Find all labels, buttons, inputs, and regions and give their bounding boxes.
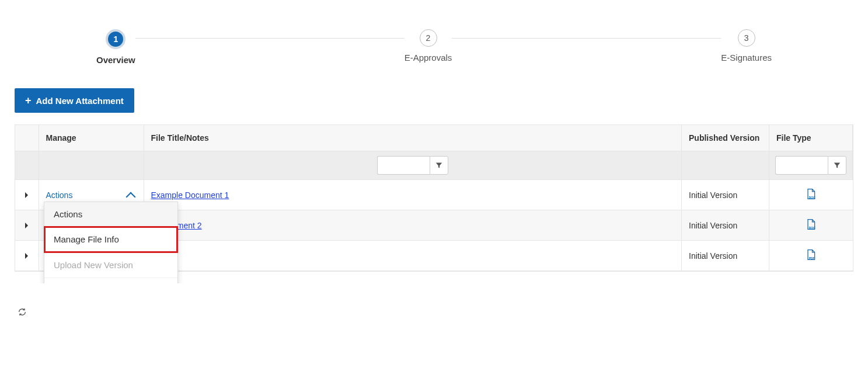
- step-overview[interactable]: 1 Overview: [96, 29, 135, 65]
- column-header-version: Published Version: [682, 125, 769, 151]
- expand-row-icon[interactable]: [25, 192, 28, 198]
- actions-dropdown: Actions Manage File Info Upload New Vers…: [44, 202, 178, 283]
- column-header-manage: Manage: [39, 125, 144, 151]
- step-label: Overview: [96, 55, 135, 65]
- filter-type-button[interactable]: [828, 156, 846, 175]
- doc-file-icon: DOC: [805, 223, 817, 232]
- svg-text:PDF: PDF: [809, 256, 815, 260]
- chevron-up-icon: [126, 192, 135, 202]
- stepper: 1 Overview 2 E-Approvals 3 E-Signatures: [15, 12, 853, 88]
- plus-icon: +: [25, 95, 32, 106]
- filter-title-button[interactable]: [430, 156, 448, 175]
- step-number: 3: [738, 29, 755, 47]
- actions-label: Actions: [46, 190, 73, 200]
- column-header-expand: [15, 125, 39, 151]
- doc-file-icon: DOC: [805, 192, 817, 202]
- step-connector: [135, 38, 405, 39]
- add-button-label: Add New Attachment: [36, 96, 124, 106]
- filter-icon: [834, 162, 841, 169]
- version-cell: Initial Version: [682, 180, 769, 210]
- column-header-title: File Title/Notes: [144, 125, 682, 151]
- svg-text:DOC: DOC: [809, 196, 816, 199]
- step-esignatures[interactable]: 3 E-Signatures: [721, 29, 772, 63]
- filter-type-input[interactable]: [775, 156, 828, 175]
- add-attachment-button[interactable]: + Add New Attachment: [15, 88, 134, 113]
- version-cell: Initial Version: [682, 241, 769, 271]
- filter-title-input[interactable]: [377, 156, 430, 175]
- filter-icon: [435, 162, 442, 169]
- step-number: 1: [106, 29, 126, 49]
- document-link[interactable]: Example Document 1: [151, 190, 229, 200]
- dropdown-item-edit-published-version[interactable]: Edit Published Version: [44, 278, 177, 283]
- expand-row-icon[interactable]: [25, 253, 28, 259]
- pdf-file-icon: PDF: [805, 253, 817, 262]
- dropdown-header: Actions: [44, 202, 177, 227]
- version-cell: Initial Version: [682, 210, 769, 241]
- dropdown-item-upload-new-version: Upload New Version: [44, 252, 177, 278]
- expand-row-icon[interactable]: [25, 223, 28, 228]
- column-header-type: File Type: [769, 125, 853, 151]
- step-connector: [452, 38, 721, 39]
- svg-text:DOC: DOC: [809, 226, 816, 230]
- step-number: 2: [420, 29, 437, 47]
- step-label: E-Signatures: [721, 53, 772, 63]
- dropdown-item-manage-file-info[interactable]: Manage File Info: [44, 227, 177, 252]
- step-eapprovals[interactable]: 2 E-Approvals: [405, 29, 452, 63]
- actions-menu-trigger[interactable]: Actions: [46, 190, 137, 200]
- step-label: E-Approvals: [405, 53, 452, 63]
